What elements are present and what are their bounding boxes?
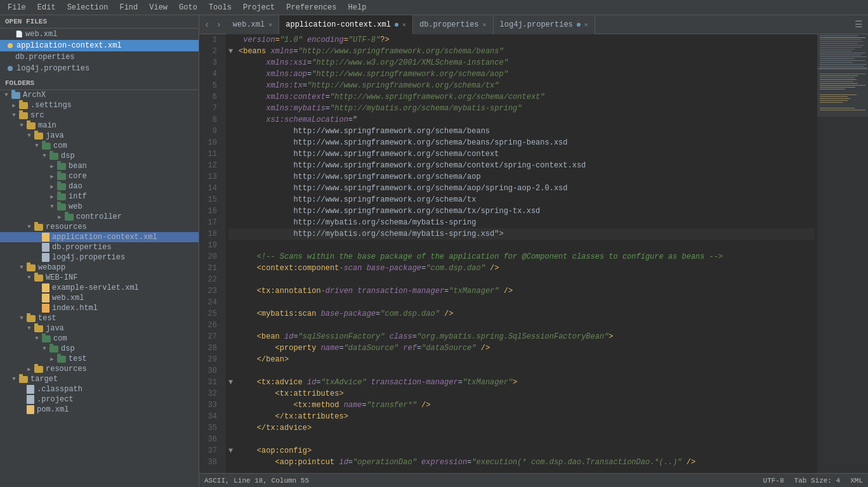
code-line[interactable]: xmlns:aop="http://www.springframework.or… [228, 68, 815, 80]
code-line[interactable]: xmlns:xsi="http://www.w3.org/2001/XMLSch… [228, 57, 815, 68]
status-tab-size[interactable]: Tab Size: 4 [794, 477, 841, 484]
code-line[interactable]: <property name="dataSource" ref="dataSou… [228, 342, 815, 354]
tab-dbprops[interactable]: db.properties ✕ [413, 15, 494, 34]
code-line[interactable]: <mybatis:scan base-package="com.dsp.dao"… [228, 308, 815, 320]
menu-project[interactable]: Project [238, 2, 280, 13]
code-line[interactable]: </bean> [228, 354, 815, 365]
menu-file[interactable]: File [3, 2, 31, 13]
menu-goto[interactable]: Goto [174, 2, 202, 13]
code-line[interactable]: http://www.springframework.org/schema/co… [228, 160, 815, 171]
tree-appcontext-file[interactable]: application-context.xml [0, 232, 199, 242]
tree-core[interactable]: ▶ core [0, 171, 199, 181]
menu-view[interactable]: View [144, 2, 173, 13]
code-area[interactable]: version="1.0" encoding="UTF-8"?>▼ <beans… [226, 34, 817, 473]
tree-src[interactable]: ▼ src [0, 110, 199, 120]
code-line[interactable]: ▼ <beans xmlns="http://www.springframewo… [228, 46, 815, 57]
code-line[interactable]: <aop:pointcut id="operationDao" expressi… [228, 457, 815, 468]
tree-project-file[interactable]: .project [0, 394, 199, 405]
menu-selection[interactable]: Selection [62, 2, 114, 13]
tree-settings[interactable]: ▶ .settings [0, 100, 199, 110]
tree-target[interactable]: ▼ target [0, 374, 199, 384]
tree-exservlet-file[interactable]: example-servlet.xml [0, 283, 199, 293]
code-line[interactable]: <tx:attributes> [228, 388, 815, 399]
sidebar-file-webxml[interactable]: 📄 web.xml [0, 29, 199, 40]
sidebar-file-appcontext[interactable]: application-context.xml [0, 40, 199, 51]
tree-bean[interactable]: ▶ bean [0, 161, 199, 171]
status-encoding[interactable]: UTF-8 [763, 477, 784, 484]
tab-webxml-close[interactable]: ✕ [268, 21, 272, 29]
code-line[interactable]: xmlns:mybatis="http://mybatis.org/schema… [228, 103, 815, 114]
code-line[interactable]: <tx:method name="transfer*" /> [228, 399, 815, 411]
code-line[interactable]: <bean id="sqlSessionFactory" class="org.… [228, 331, 815, 342]
tree-classpath-file[interactable]: .classpath [0, 384, 199, 394]
menu-edit[interactable]: Edit [32, 2, 61, 13]
menu-help[interactable]: Help [343, 2, 372, 13]
tree-dbprops-file[interactable]: db.properties [0, 242, 199, 252]
code-line[interactable] [228, 240, 815, 251]
tree-testpkg[interactable]: ▶ test [0, 354, 199, 364]
tree-testjava[interactable]: ▼ java [0, 323, 199, 334]
tab-dbprops-close[interactable]: ✕ [483, 21, 487, 29]
tree-pom-file[interactable]: pom.xml [0, 405, 199, 415]
code-line[interactable]: ▼ <tx:advice id="txAdvice" transaction-m… [228, 377, 815, 388]
tab-prev-button[interactable]: ‹ [202, 18, 212, 31]
code-line[interactable]: http://www.springframework.org/schema/be… [228, 137, 815, 148]
code-line[interactable]: http://www.springframework.org/schema/co… [228, 148, 815, 160]
tree-com[interactable]: ▼ com [0, 141, 199, 151]
tree-testcom[interactable]: ▼ com [0, 334, 199, 344]
code-line[interactable] [228, 365, 815, 377]
tree-main[interactable]: ▼ main [0, 120, 199, 131]
tree-dao[interactable]: ▶ dao [0, 181, 199, 192]
tab-appcontext[interactable]: application-context.xml ✕ [279, 15, 413, 34]
tree-controller[interactable]: ▶ controller [0, 212, 199, 222]
code-line[interactable]: http://www.springframework.org/schema/tx… [228, 205, 815, 217]
tab-appcontext-close[interactable]: ✕ [402, 21, 406, 29]
sidebar-file-dbprops[interactable]: db.properties [0, 51, 199, 63]
menu-tools[interactable]: Tools [204, 2, 237, 13]
tab-log4j-close[interactable]: ✕ [584, 21, 588, 29]
code-line[interactable]: http://www.springframework.org/schema/be… [228, 126, 815, 137]
tree-webapp[interactable]: ▼ webapp [0, 263, 199, 273]
tree-webxml-file[interactable]: web.xml [0, 293, 199, 303]
tree-webinf[interactable]: ▼ WEB-INF [0, 273, 199, 283]
code-line[interactable]: http://mybatis.org/schema/mybatis-spring [228, 217, 815, 228]
tab-webxml[interactable]: web.xml ✕ [227, 15, 279, 34]
code-line[interactable]: http://www.springframework.org/schema/ao… [228, 171, 815, 183]
code-line[interactable]: xmlns:context="http://www.springframewor… [228, 91, 815, 103]
tree-indexhtml-file[interactable]: index.html [0, 303, 199, 313]
code-line[interactable] [228, 320, 815, 331]
tree-archx[interactable]: ▼ ArchX [0, 90, 199, 100]
code-line[interactable]: ▼ <aop:config> [228, 445, 815, 457]
tab-bar-menu[interactable]: ☰ [850, 19, 868, 30]
tree-resources[interactable]: ▼ resources [0, 222, 199, 232]
code-line[interactable] [228, 274, 815, 285]
code-line[interactable]: xsi:schemaLocation=" [228, 114, 815, 126]
tree-dsp[interactable]: ▼ dsp [0, 151, 199, 161]
code-line[interactable]: <tx:annotation-driven transaction-manage… [228, 285, 815, 297]
tree-testdsp[interactable]: ▼ dsp [0, 344, 199, 354]
tab-log4j[interactable]: log4j.properties ✕ [494, 15, 595, 34]
tree-test[interactable]: ▼ test [0, 313, 199, 323]
menu-find[interactable]: Find [114, 2, 143, 13]
code-line[interactable]: http://mybatis.org/schema/mybatis-spring… [228, 228, 815, 240]
code-line[interactable]: http://www.springframework.org/schema/ao… [228, 183, 815, 194]
code-line[interactable]: http://www.springframework.org/schema/tx [228, 194, 815, 205]
code-line[interactable]: </tx:attributes> [228, 411, 815, 422]
tree-testresources[interactable]: ▶ resources [0, 364, 199, 374]
code-line[interactable] [228, 297, 815, 308]
sidebar-file-log4j[interactable]: log4j.properties [0, 63, 199, 74]
status-file-type[interactable]: XML [850, 477, 863, 484]
code-line[interactable]: <!-- Scans within the base package of th… [228, 251, 815, 263]
tree-java[interactable]: ▼ java [0, 131, 199, 141]
tree-web[interactable]: ▼ web [0, 202, 199, 212]
code-line[interactable]: xmlns:tx="http://www.springframework.org… [228, 80, 815, 91]
code-line[interactable]: <context:component-scan base-package="co… [228, 263, 815, 274]
code-line[interactable]: version="1.0" encoding="UTF-8"?> [228, 34, 815, 46]
tab-next-button[interactable]: › [213, 18, 223, 31]
tree-log4j-file[interactable]: log4j.properties [0, 252, 199, 263]
tree-intf[interactable]: ▶ intf [0, 192, 199, 202]
code-line[interactable] [228, 434, 815, 445]
code-line[interactable]: </tx:advice> [228, 422, 815, 434]
menu-preferences[interactable]: Preferences [281, 2, 341, 13]
minimap[interactable] [817, 34, 868, 473]
